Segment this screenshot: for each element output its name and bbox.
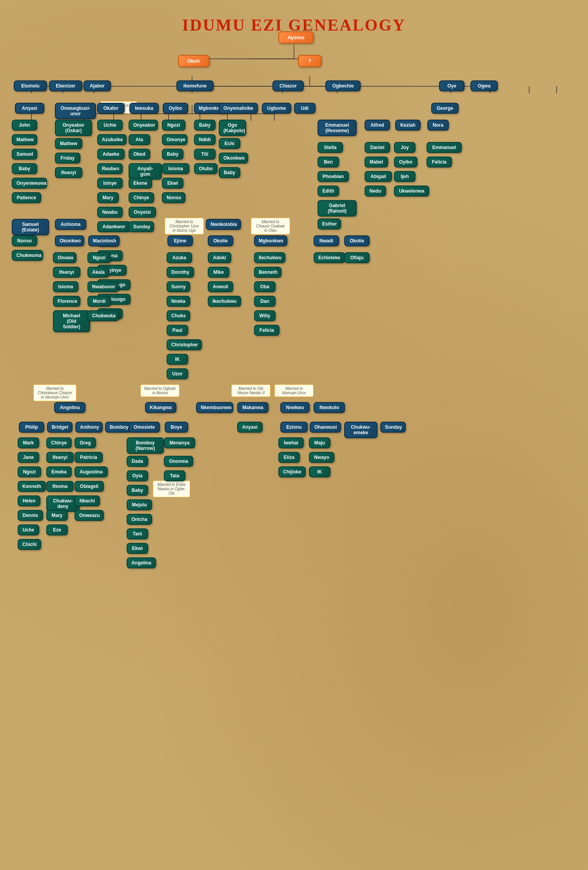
node-azuka: Azuka	[167, 252, 192, 263]
node-okafor: Okafor	[97, 103, 125, 114]
node-echi: Echi	[219, 138, 240, 149]
node-mathew2: Mathew	[55, 138, 82, 149]
node-ikemefune: Ikemefune	[176, 80, 214, 91]
node-okolie-mid: Okolie	[208, 235, 233, 246]
node-nneka: Nneka	[167, 296, 190, 307]
node-ogwa: Ogwa	[470, 80, 498, 91]
node-adankwor: Adankwor	[97, 221, 131, 232]
node-eze: Eze	[46, 524, 68, 535]
node-adoki: Adoki	[208, 252, 231, 263]
node-mary2: Mary	[46, 510, 68, 521]
node-eliza: Eliza	[278, 452, 300, 463]
note-ogbute-atuma: Married to Ogbute in Atuma	[140, 384, 180, 397]
node-maju: Maju	[309, 437, 330, 448]
node-benneth: Benneth	[254, 267, 281, 278]
node-anwuli: Anwuli	[208, 281, 233, 292]
node-isinye: Isinye	[97, 178, 123, 189]
node-emmanuel-ifeoseme: Emmanuel (Ifeoseme)	[318, 120, 357, 136]
node-dada: Dada	[127, 456, 148, 467]
node-christopher: Christopher	[167, 339, 202, 350]
node-angelina2: Angelina	[127, 557, 156, 568]
node-ekene: Ekene	[129, 178, 152, 189]
node-chinye2: Chinye	[46, 437, 72, 448]
node-onyemafoibe: Onyemafoibe	[219, 103, 258, 114]
node-nedu: Nedu	[365, 186, 386, 197]
node-mark: Mark	[18, 437, 39, 448]
node-ayomo: Ayomo	[278, 31, 314, 44]
node-daniel: Daniel	[365, 142, 390, 153]
node-akala: Akala	[87, 267, 109, 278]
node-tani: Tani	[127, 528, 148, 539]
node-mary-okafor: Mary	[97, 192, 119, 203]
node-ononma: Ononma	[164, 456, 193, 467]
node-willy: Willy	[254, 310, 276, 321]
node-george: George	[431, 103, 459, 114]
node-oba: Oba	[254, 281, 276, 292]
node-okolie-right: Okolie	[344, 235, 370, 246]
node-ukwelenwa: Ukwelenwa	[394, 186, 429, 197]
node-isioma2: Isioma	[53, 281, 78, 292]
node-oyibo: Oyibo	[163, 103, 188, 114]
node-michael-oldsoldier: Michael (Old Soldier)	[53, 310, 90, 332]
node-onwuegbusi-unor: Onwuegbusi-unor	[55, 103, 96, 119]
node-mike: Mike	[208, 267, 229, 278]
node-ifeanyi: Ifeanyi	[55, 167, 82, 178]
node-ngozi2: Ngozi	[87, 252, 111, 263]
node-ekwi: Ekwi	[162, 178, 183, 189]
node-ashioma: Ashioma	[55, 219, 86, 230]
node-helen: Helen	[18, 495, 40, 506]
node-nkembuonwo: Nkembuonwo	[196, 402, 233, 413]
note-chisinkwue: Married to Chisinkwue Chiazor in Idumuje…	[33, 384, 76, 401]
node-ofiaju: Ofiaju	[344, 252, 370, 263]
node-gabriel-rainoil: Gabriel (Rainoil)	[318, 200, 357, 217]
node-patience: Patience	[12, 192, 41, 203]
node-mgbonkwo2: Mgbonkwo	[254, 235, 287, 246]
node-bomboy: Bomboy	[105, 422, 132, 433]
node-nwadi: Nwadi	[314, 235, 339, 246]
node-onyeisi: Onyeisi	[129, 207, 156, 218]
node-boye: Boye	[165, 422, 188, 433]
node-udi: Udi	[294, 103, 316, 114]
node-ohanwusi: Ohanwusi	[310, 422, 341, 433]
node-angelina: Angelina	[54, 402, 85, 413]
node-obiageli: Obiageli	[74, 481, 104, 492]
node-ik: IK	[167, 354, 188, 365]
node-obed: Obed	[129, 149, 150, 160]
node-nkechi: Nkechi	[74, 495, 100, 506]
node-bridget: Bridget	[47, 422, 73, 433]
node-adaeke: Adaeke	[97, 149, 125, 160]
node-stella: Stella	[318, 142, 343, 153]
node-phoebian: Phoebian	[318, 171, 349, 182]
node-ata: Ata	[129, 134, 150, 145]
node-chukwuemeke: Chukwu-emeke	[344, 422, 377, 438]
node-okonkwo: Okonkwo	[55, 235, 84, 246]
node-dorothy: Dorothy	[167, 267, 194, 278]
node-ik2: IK	[309, 466, 330, 477]
node-dennis: Dennis	[18, 510, 43, 521]
node-greg: Greg	[74, 437, 96, 448]
node-elumelu: Elumelu	[14, 80, 47, 91]
node-reuben: Reuben	[97, 163, 123, 174]
node-unknown: ?	[298, 55, 321, 67]
node-ogbechie: Ogbechie	[325, 80, 361, 91]
node-patricia: Patricia	[74, 452, 103, 463]
node-mejulu: Mejulu	[127, 499, 152, 510]
node-chukwuka: Chukwuka	[87, 310, 119, 321]
node-ilechukwu: Ilechukwu	[254, 252, 285, 263]
node-ifeanyi2: Ifeanyi	[53, 267, 80, 278]
node-titi: Titi	[194, 149, 216, 160]
note-idumuje-unor: Married in Idumuje-Unor	[274, 384, 314, 397]
node-ejime: Ejime	[167, 235, 193, 246]
node-paul: Paul	[167, 325, 188, 336]
node-ifeanyi3: Ifeanyi	[46, 452, 74, 463]
node-ajabor: Ajabor	[83, 80, 111, 91]
node-onweazu: Onweazu	[74, 510, 104, 521]
node-ijeh: Ijeh	[394, 171, 416, 182]
node-mathew: Mathew	[12, 134, 37, 145]
node-augustina: Augustina	[74, 466, 108, 477]
node-nwabunor: Nwabunor	[87, 281, 119, 292]
node-baby-mgb: Baby	[194, 120, 216, 131]
node-samuel-estate: Samuel (Estate)	[12, 219, 49, 235]
node-oyia: Oyia	[127, 470, 148, 481]
node-baby-onye: Baby	[219, 167, 240, 178]
